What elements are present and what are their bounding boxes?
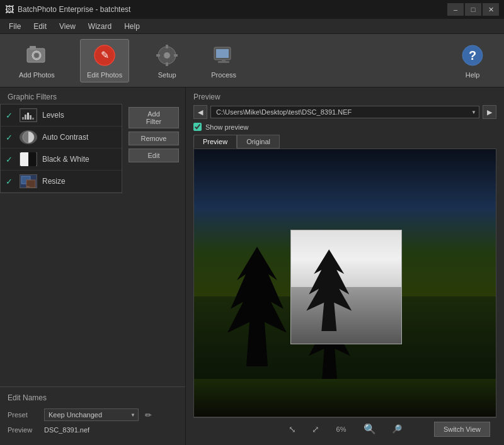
edit-names-title: Edit Names — [8, 393, 178, 402]
help-icon: ? — [460, 43, 485, 68]
levels-checkbox[interactable]: ✓ — [6, 111, 14, 120]
file-path-input[interactable] — [210, 106, 479, 118]
add-filter-button[interactable]: Add Filter — [129, 107, 179, 128]
resize-icon: ↔ — [20, 174, 37, 188]
remove-button[interactable]: Remove — [129, 132, 179, 145]
bw-icon — [20, 152, 37, 166]
main-content: Graphic Filters ✓ — [0, 87, 504, 445]
auto-contrast-checkbox[interactable]: ✓ — [6, 133, 14, 142]
menu-edit[interactable]: Edit — [27, 21, 53, 32]
svg-rect-15 — [222, 60, 226, 62]
setup-label: Setup — [158, 71, 176, 79]
vegetation-bottom — [194, 379, 496, 417]
filters-list: ✓ Levels ✓ — [0, 104, 122, 193]
show-preview-label: Show preview — [205, 123, 248, 131]
svg-text:↔: ↔ — [26, 184, 30, 188]
toolbar: Add Photos ✎ Edit Photos Setup — [0, 34, 504, 87]
fit-width-button[interactable]: ⤢ — [309, 423, 323, 436]
nav-prev-button[interactable]: ◀ — [193, 105, 207, 119]
nav-next-button[interactable]: ▶ — [483, 105, 496, 119]
file-path-wrapper: ▼ — [210, 106, 479, 118]
toolbar-setup[interactable]: Setup — [148, 40, 186, 82]
preview-tabs: Preview Original — [193, 135, 496, 149]
file-nav: ◀ ▼ ▶ — [193, 105, 496, 119]
bottom-toolbar: ⤡ ⤢ 6% 🔍 🔎 Switch View — [193, 417, 496, 440]
svg-rect-23 — [32, 118, 34, 120]
filter-black-white[interactable]: ✓ Black & White — [1, 149, 122, 171]
setup-icon — [154, 43, 180, 68]
filters-area: ✓ Levels ✓ — [0, 104, 185, 193]
bw-label: Black & White — [42, 155, 89, 164]
show-preview-row: Show preview — [193, 123, 496, 131]
menu-file[interactable]: File — [3, 21, 27, 32]
help-label: Help — [466, 71, 480, 79]
photo-background — [194, 149, 496, 417]
bw-preview-overlay — [290, 230, 402, 345]
svg-rect-19 — [22, 117, 24, 120]
svg-point-3 — [34, 53, 39, 58]
tab-preview[interactable]: Preview — [193, 135, 237, 149]
zoom-out-button[interactable]: 🔍 — [360, 422, 379, 436]
edit-photos-label: Edit Photos — [87, 71, 122, 79]
app-icon: 🖼 — [5, 4, 14, 14]
svg-rect-21 — [27, 113, 29, 120]
resize-checkbox[interactable]: ✓ — [6, 177, 14, 186]
window-title: BatchPhoto Enterprise - batchtest — [18, 5, 130, 14]
auto-contrast-label: Auto Contrast — [42, 133, 88, 142]
preview-name-label: Preview — [8, 426, 39, 434]
menu-help[interactable]: Help — [118, 21, 146, 32]
menu-view[interactable]: View — [53, 21, 82, 32]
left-panel: Graphic Filters ✓ — [0, 87, 186, 445]
show-preview-checkbox[interactable] — [193, 123, 202, 131]
toolbar-add-photos[interactable]: Add Photos — [13, 40, 61, 82]
bw-sky — [291, 230, 401, 287]
zoom-in-button[interactable]: 🔎 — [389, 423, 405, 435]
right-panel: Preview ◀ ▼ ▶ Show preview Preview Origi… — [186, 87, 504, 445]
bw-ground — [291, 287, 401, 344]
levels-icon — [20, 108, 37, 122]
fit-all-button[interactable]: ⤡ — [285, 423, 299, 436]
preset-edit-icon[interactable]: ✏ — [144, 409, 153, 421]
add-photos-icon — [24, 43, 49, 68]
image-area — [193, 149, 496, 417]
title-bar-left: 🖼 BatchPhoto Enterprise - batchtest — [5, 4, 130, 14]
edit-button[interactable]: Edit — [129, 149, 179, 162]
svg-rect-1 — [30, 46, 36, 50]
graphic-filters-title: Graphic Filters — [0, 87, 185, 104]
close-button[interactable]: ✕ — [483, 3, 499, 16]
preset-label: Preset — [8, 411, 39, 419]
menu-bar: File Edit View Wizard Help — [0, 19, 504, 34]
svg-text:?: ? — [469, 48, 476, 62]
auto-contrast-icon — [20, 130, 37, 144]
preview-name-row: Preview DSC_8391.nef — [8, 426, 178, 434]
resize-label: Resize — [42, 177, 66, 186]
filter-resize[interactable]: ✓ ↔ Resize — [1, 171, 122, 193]
bw-checkbox[interactable]: ✓ — [6, 155, 14, 164]
switch-view-button[interactable]: Switch View — [434, 422, 490, 437]
svg-point-7 — [164, 52, 170, 59]
file-path-dropdown-icon: ▼ — [471, 110, 476, 115]
svg-rect-11 — [166, 62, 168, 66]
title-bar: 🖼 BatchPhoto Enterprise - batchtest – □ … — [0, 0, 504, 19]
add-photos-label: Add Photos — [19, 71, 55, 79]
preset-select[interactable]: Keep Unchanged — [44, 408, 139, 421]
svg-rect-13 — [216, 49, 229, 58]
title-bar-controls: – □ ✕ — [447, 3, 499, 16]
maximize-button[interactable]: □ — [465, 3, 481, 16]
svg-rect-20 — [25, 115, 26, 120]
svg-rect-26 — [28, 152, 36, 166]
minimize-button[interactable]: – — [447, 3, 464, 16]
process-label: Process — [211, 71, 236, 79]
toolbar-help[interactable]: ? Help — [454, 40, 491, 82]
filter-auto-contrast[interactable]: ✓ Auto Contrast — [1, 127, 122, 149]
svg-rect-9 — [174, 54, 178, 57]
edit-names-section: Edit Names Preset Keep Unchanged ✏ Previ… — [0, 386, 185, 445]
preview-section-title: Preview — [193, 93, 496, 101]
tab-original[interactable]: Original — [237, 135, 280, 149]
svg-rect-10 — [166, 45, 168, 48]
filter-levels[interactable]: ✓ Levels — [1, 104, 122, 127]
menu-wizard[interactable]: Wizard — [82, 21, 118, 32]
toolbar-process[interactable]: Process — [205, 40, 243, 82]
svg-text:✎: ✎ — [101, 50, 109, 60]
toolbar-edit-photos[interactable]: ✎ Edit Photos — [80, 39, 129, 82]
